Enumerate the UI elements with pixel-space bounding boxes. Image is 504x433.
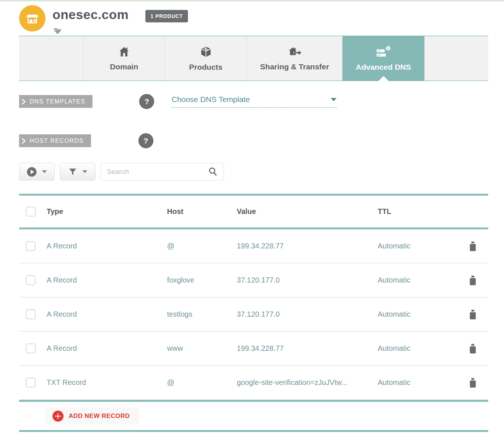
tab-label: Domain: [110, 62, 138, 71]
record-host[interactable]: www: [167, 344, 237, 353]
record-value[interactable]: 37.120.177.0: [237, 276, 378, 284]
section-bottom-border: [19, 430, 488, 432]
host-records-table: Type Host Value TTL A Record @ 199.34.22…: [19, 194, 488, 432]
active-tab-notch: [378, 76, 389, 81]
trash-icon: [468, 343, 478, 354]
table-row: A Record testlogs 37.120.177.0 Automatic: [19, 298, 488, 332]
host-records-section: HOST RECORDS ?: [19, 133, 153, 148]
record-ttl[interactable]: Automatic: [378, 310, 455, 319]
trash-icon: [468, 241, 478, 252]
box-icon: [200, 46, 212, 58]
add-tag-icon[interactable]: [52, 26, 63, 37]
record-value[interactable]: 37.120.177.0: [237, 310, 378, 319]
row-checkbox[interactable]: [26, 241, 36, 251]
tab-advanced-dns[interactable]: Advanced DNS: [342, 36, 424, 81]
section-label: DNS TEMPLATES: [30, 98, 85, 105]
search-icon[interactable]: [208, 167, 218, 177]
record-value[interactable]: google-site-verification=zJuJVtw...: [237, 378, 378, 387]
delete-record-button[interactable]: [468, 343, 478, 354]
trash-icon: [468, 275, 478, 286]
table-row: A Record foxglove 37.120.177.0 Automatic: [19, 263, 488, 298]
column-header-host: Host: [167, 207, 237, 216]
record-host[interactable]: @: [167, 378, 237, 387]
delete-record-button[interactable]: [468, 377, 478, 388]
house-transfer-icon: [287, 46, 302, 58]
plus-circle-icon: [52, 411, 64, 422]
host-records-help-button[interactable]: ?: [138, 133, 153, 148]
chevron-right-icon: [21, 138, 26, 144]
chevron-down-icon: [42, 170, 47, 173]
add-record-area: ADD NEW RECORD: [19, 402, 488, 430]
record-type[interactable]: A Record: [47, 276, 167, 284]
home-icon: [118, 46, 130, 58]
select-all-checkbox[interactable]: [26, 207, 36, 216]
chevron-down-icon: [82, 170, 87, 173]
filter-button[interactable]: [60, 163, 95, 181]
record-value[interactable]: 199.34.228.77: [237, 344, 378, 353]
delete-record-button[interactable]: [468, 275, 478, 286]
chevron-down-icon: [331, 98, 337, 101]
dns-template-dropdown[interactable]: Choose DNS Template: [171, 95, 337, 108]
avatar: [19, 5, 46, 32]
filter-funnel-icon: [68, 167, 77, 176]
search-box: [101, 163, 224, 181]
add-new-record-label: ADD NEW RECORD: [69, 412, 130, 420]
play-circle-icon: [27, 167, 37, 177]
table-row: TXT Record @ google-site-verification=zJ…: [19, 366, 488, 400]
record-ttl[interactable]: Automatic: [378, 378, 455, 387]
trash-icon: [468, 309, 478, 320]
tab-sharing-transfer[interactable]: Sharing & Transfer: [247, 36, 342, 80]
record-host[interactable]: foxglove: [167, 276, 237, 284]
tab-spacer: [19, 36, 83, 80]
host-records-toolbar: [19, 163, 224, 181]
tab-products[interactable]: Products: [164, 36, 247, 80]
tab-spacer: [424, 36, 488, 80]
bulk-actions-button[interactable]: [19, 163, 55, 181]
table-row: A Record @ 199.34.228.77 Automatic: [19, 229, 488, 263]
column-header-ttl: TTL: [378, 207, 455, 216]
tab-label: Sharing & Transfer: [260, 62, 329, 71]
row-checkbox[interactable]: [26, 343, 36, 353]
dns-template-dropdown-value: Choose DNS Template: [171, 95, 250, 104]
record-type[interactable]: A Record: [47, 242, 167, 250]
record-ttl[interactable]: Automatic: [378, 242, 455, 250]
section-label: HOST RECORDS: [30, 138, 84, 144]
row-checkbox[interactable]: [26, 309, 36, 319]
page-title: onesec.com: [52, 7, 128, 22]
dns-templates-section: DNS TEMPLATES ? Choose DNS Template: [19, 94, 337, 109]
chevron-right-icon: [21, 98, 26, 105]
record-ttl[interactable]: Automatic: [378, 344, 455, 353]
tab-label: Advanced DNS: [356, 63, 411, 72]
search-input[interactable]: [107, 168, 208, 176]
column-header-type: Type: [47, 207, 167, 216]
tab-label: Products: [189, 63, 222, 72]
record-host[interactable]: @: [167, 242, 237, 250]
delete-record-button[interactable]: [468, 241, 478, 252]
add-new-record-button[interactable]: ADD NEW RECORD: [46, 407, 139, 425]
storefront-icon: [25, 11, 40, 26]
host-records-badge: HOST RECORDS: [19, 134, 91, 147]
record-host[interactable]: testlogs: [167, 310, 237, 319]
dns-templates-badge: DNS TEMPLATES: [19, 95, 93, 108]
column-header-value: Value: [237, 207, 378, 216]
record-type[interactable]: TXT Record: [47, 378, 167, 387]
delete-record-button[interactable]: [468, 309, 478, 320]
record-type[interactable]: A Record: [47, 344, 167, 353]
product-count-badge: 1 PRODUCT: [145, 10, 188, 22]
table-header-row: Type Host Value TTL: [19, 196, 488, 228]
page-header: onesec.com 1 PRODUCT: [0, 1, 504, 36]
table-row: A Record www 199.34.228.77 Automatic: [19, 332, 488, 366]
trash-icon: [468, 377, 478, 388]
record-value[interactable]: 199.34.228.77: [237, 242, 378, 250]
dns-templates-help-button[interactable]: ?: [139, 94, 154, 109]
row-checkbox[interactable]: [26, 378, 36, 387]
row-checkbox[interactable]: [26, 275, 36, 285]
dns-server-gear-icon: [376, 46, 392, 58]
tab-domain[interactable]: Domain: [83, 36, 164, 80]
record-ttl[interactable]: Automatic: [378, 276, 455, 284]
record-type[interactable]: A Record: [47, 310, 167, 319]
tabbar: Domain Products Sharing & Transfer: [19, 36, 488, 81]
